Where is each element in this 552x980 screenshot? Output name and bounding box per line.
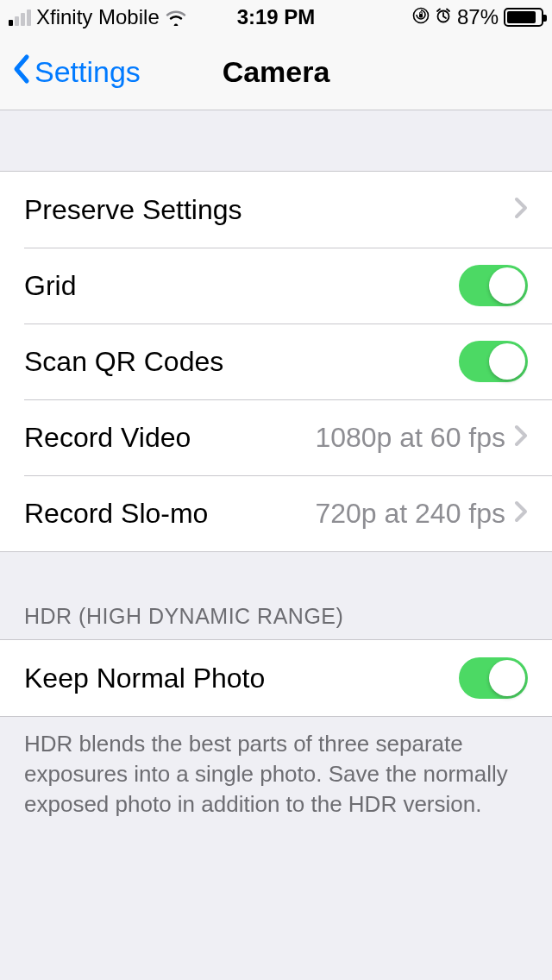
nav-bar: Settings Camera (0, 35, 552, 110)
scan-qr-row: Scan QR Codes (0, 324, 552, 399)
hdr-section-header: HDR (HIGH DYNAMIC RANGE) (0, 552, 552, 639)
record-video-value: 1080p at 60 fps (315, 422, 505, 454)
cellular-signal-icon (9, 9, 31, 26)
clock: 3:19 PM (237, 5, 316, 29)
keep-normal-photo-toggle[interactable] (459, 657, 528, 699)
page-title: Camera (223, 55, 330, 89)
grid-label: Grid (24, 270, 76, 302)
hdr-group: Keep Normal Photo (0, 639, 552, 717)
grid-toggle[interactable] (459, 265, 528, 306)
chevron-right-icon (514, 500, 528, 526)
record-slomo-value: 720p at 240 fps (315, 498, 505, 530)
preserve-settings-row[interactable]: Preserve Settings (0, 172, 552, 248)
scan-qr-label: Scan QR Codes (24, 346, 223, 378)
svg-rect-1 (419, 14, 423, 18)
record-slomo-label: Record Slo-mo (24, 498, 208, 530)
scan-qr-toggle[interactable] (459, 341, 528, 382)
battery-fill (507, 11, 536, 23)
orientation-lock-icon (412, 5, 430, 29)
keep-normal-photo-row: Keep Normal Photo (0, 640, 552, 716)
chevron-right-icon (514, 424, 528, 450)
status-right: 87% (412, 5, 543, 29)
chevron-right-icon (514, 197, 528, 223)
hdr-section-footer: HDR blends the best parts of three separ… (0, 717, 552, 830)
record-slomo-row[interactable]: Record Slo-mo 720p at 240 fps (0, 475, 552, 551)
wifi-icon (165, 9, 187, 26)
status-bar: Xfinity Mobile 3:19 PM 87% (0, 0, 552, 35)
keep-normal-photo-label: Keep Normal Photo (24, 663, 265, 694)
preserve-settings-label: Preserve Settings (24, 194, 242, 226)
carrier-label: Xfinity Mobile (36, 5, 160, 29)
back-label: Settings (34, 55, 141, 89)
record-video-row[interactable]: Record Video 1080p at 60 fps (0, 399, 552, 475)
battery-percent: 87% (457, 5, 499, 29)
chevron-left-icon (12, 53, 31, 91)
grid-row: Grid (0, 248, 552, 324)
record-video-label: Record Video (24, 422, 191, 454)
status-left: Xfinity Mobile (9, 5, 187, 29)
alarm-icon (435, 5, 452, 29)
battery-icon (504, 8, 543, 27)
section-spacer (0, 110, 552, 171)
camera-settings-group: Preserve Settings Grid Scan QR Codes Rec… (0, 171, 552, 552)
back-button[interactable]: Settings (12, 53, 141, 91)
